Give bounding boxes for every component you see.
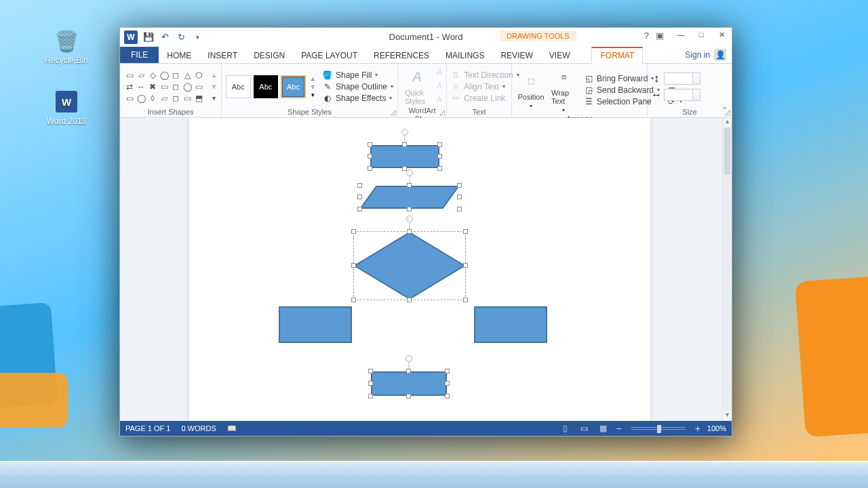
- page-count[interactable]: PAGE 1 OF 1: [125, 424, 170, 432]
- flowchart-rectangle-bottom[interactable]: [371, 371, 447, 396]
- close-button[interactable]: ✕: [711, 28, 732, 41]
- rotate-handle[interactable]: [406, 216, 413, 222]
- rotate-handle[interactable]: [406, 169, 413, 176]
- resize-handle[interactable]: [368, 381, 373, 386]
- page[interactable]: [189, 118, 650, 421]
- resize-handle[interactable]: [368, 166, 372, 171]
- dialog-launcher-icon[interactable]: ◿: [391, 108, 396, 116]
- resize-handle[interactable]: [368, 394, 373, 399]
- redo-button[interactable]: ↻: [176, 32, 186, 43]
- tab-file[interactable]: FILE: [120, 47, 159, 63]
- resize-handle[interactable]: [407, 298, 412, 302]
- resize-handle[interactable]: [357, 195, 362, 199]
- zoom-thumb[interactable]: [657, 425, 661, 433]
- zoom-slider[interactable]: [631, 427, 686, 430]
- ribbon-display-options-button[interactable]: ▣: [656, 30, 664, 41]
- rotate-handle[interactable]: [406, 355, 412, 362]
- zoom-out-button[interactable]: −: [616, 423, 621, 434]
- resize-handle[interactable]: [463, 298, 468, 302]
- tab-design[interactable]: DESIGN: [245, 48, 293, 63]
- shape-effects-button[interactable]: ◐Shape Effects▾: [323, 94, 393, 103]
- resize-handle[interactable]: [402, 166, 407, 171]
- resize-handle[interactable]: [457, 195, 462, 199]
- shape-styles-more[interactable]: ▵▿▾: [311, 75, 315, 98]
- flowchart-rectangle-1[interactable]: [370, 145, 439, 168]
- help-button[interactable]: ?: [644, 30, 649, 41]
- flowchart-rectangle-right[interactable]: [474, 306, 547, 343]
- resize-handle[interactable]: [406, 394, 411, 399]
- shape-style-3-selected[interactable]: Abc: [281, 75, 306, 98]
- document-area[interactable]: ▲ ▼: [120, 118, 732, 421]
- tab-mailings[interactable]: MAILINGS: [437, 48, 492, 63]
- chevron-up-icon: ▵: [210, 70, 218, 79]
- resize-handle[interactable]: [351, 229, 356, 234]
- dialog-launcher-icon[interactable]: ◿: [439, 108, 445, 116]
- resize-handle[interactable]: [368, 154, 372, 159]
- qat-customize-button[interactable]: ▾: [192, 32, 203, 43]
- tab-insert[interactable]: INSERT: [199, 48, 245, 63]
- resize-handle[interactable]: [445, 381, 450, 386]
- tab-format[interactable]: FORMAT: [591, 47, 643, 64]
- resize-handle[interactable]: [437, 154, 442, 159]
- shape-style-1[interactable]: Abc: [226, 75, 251, 98]
- shape-style-2[interactable]: Abc: [254, 75, 279, 98]
- resize-handle[interactable]: [368, 369, 373, 373]
- save-button[interactable]: 💾: [143, 32, 154, 43]
- flowchart-parallelogram[interactable]: [360, 186, 459, 209]
- resize-handle[interactable]: [407, 207, 412, 211]
- resize-handle[interactable]: [463, 263, 468, 268]
- collapse-ribbon-button[interactable]: ⌃: [722, 106, 728, 115]
- width-input[interactable]: ↔: [652, 89, 701, 101]
- tab-references[interactable]: REFERENCES: [366, 48, 437, 63]
- proofing-icon[interactable]: 📖: [227, 424, 237, 433]
- resize-handle[interactable]: [407, 229, 412, 234]
- shape-outline-button[interactable]: ✎Shape Outline▾: [323, 82, 393, 92]
- resize-handle[interactable]: [437, 142, 442, 147]
- wrap-text-button[interactable]: ⧈ Wrap Text ▾: [549, 66, 578, 113]
- desktop-icon-word[interactable]: W Word 2013: [41, 88, 92, 126]
- shapes-gallery-more[interactable]: ▵ ▿ ▾: [210, 70, 218, 102]
- minimize-button[interactable]: —: [671, 28, 691, 41]
- resize-handle[interactable]: [407, 183, 412, 188]
- resize-handle[interactable]: [406, 369, 411, 373]
- resize-handle[interactable]: [402, 142, 407, 147]
- maximize-button[interactable]: □: [691, 28, 711, 41]
- desktop-icon-recycle[interactable]: 🗑️ Recycle Bin: [41, 27, 92, 65]
- group-label: Size: [652, 106, 728, 116]
- print-layout-button[interactable]: ▭: [578, 423, 590, 434]
- shape-fill-button[interactable]: 🪣Shape Fill▾: [323, 70, 393, 80]
- resize-handle[interactable]: [351, 298, 356, 302]
- resize-handle[interactable]: [445, 394, 450, 399]
- resize-handle[interactable]: [351, 263, 356, 268]
- resize-handle[interactable]: [457, 183, 462, 188]
- flowchart-rectangle-left[interactable]: [279, 306, 352, 343]
- vertical-scrollbar[interactable]: ▲ ▼: [722, 118, 732, 421]
- resize-handle[interactable]: [357, 207, 362, 211]
- undo-button[interactable]: ↶: [159, 32, 170, 43]
- tab-review[interactable]: REVIEW: [492, 48, 540, 63]
- height-input[interactable]: ↕: [652, 73, 701, 85]
- tab-view[interactable]: VIEW: [541, 48, 578, 63]
- sign-in-button[interactable]: Sign in 👤: [685, 49, 726, 61]
- resize-handle[interactable]: [445, 369, 450, 373]
- resize-handle[interactable]: [357, 183, 362, 188]
- position-button[interactable]: ⬚ Position ▾: [516, 70, 546, 109]
- rotate-handle[interactable]: [401, 129, 408, 136]
- web-layout-button[interactable]: ▦: [597, 423, 609, 434]
- zoom-level[interactable]: 100%: [707, 424, 726, 432]
- resize-handle[interactable]: [368, 142, 372, 147]
- word-count[interactable]: 0 WORDS: [181, 424, 216, 432]
- resize-handle[interactable]: [437, 166, 442, 171]
- flowchart-decision-diamond[interactable]: [354, 232, 465, 300]
- scroll-down-button[interactable]: ▼: [723, 411, 732, 421]
- read-mode-button[interactable]: ▯: [559, 423, 571, 434]
- scroll-up-button[interactable]: ▲: [723, 118, 732, 127]
- shapes-gallery[interactable]: ▭▱◇◯◻△⬡ ⇄↔✖▭◻◯▭ ▭◯◊▱◻▭⬒: [124, 70, 204, 104]
- zoom-in-button[interactable]: +: [695, 423, 701, 434]
- resize-handle[interactable]: [463, 229, 468, 234]
- scroll-thumb[interactable]: [724, 127, 730, 175]
- resize-handle[interactable]: [457, 207, 462, 211]
- tab-home[interactable]: HOME: [159, 48, 199, 63]
- tab-page-layout[interactable]: PAGE LAYOUT: [293, 48, 366, 63]
- taskbar[interactable]: [0, 461, 868, 488]
